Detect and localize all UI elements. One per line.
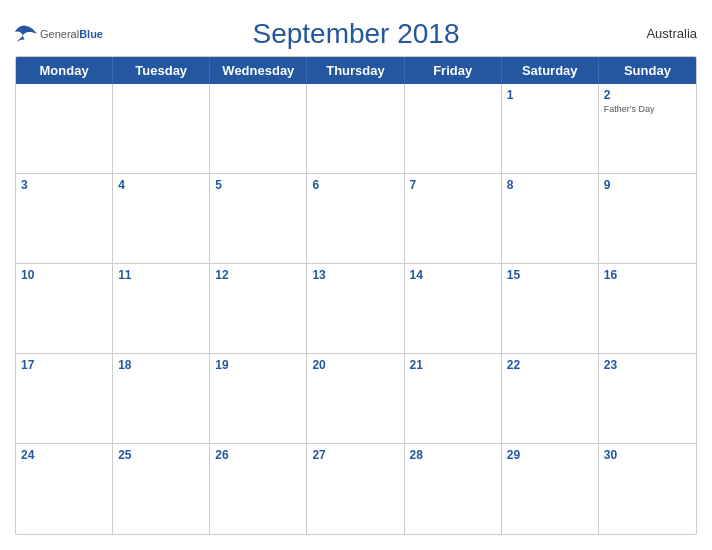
calendar-cell	[210, 84, 307, 174]
cell-date-number: 23	[604, 358, 691, 372]
calendar-cell: 3	[16, 174, 113, 264]
calendar-cell: 14	[405, 264, 502, 354]
cell-date-number: 7	[410, 178, 496, 192]
calendar-cell	[307, 84, 404, 174]
cell-date-number: 12	[215, 268, 301, 282]
logo-blue: Blue	[79, 28, 103, 40]
calendar-cell: 19	[210, 354, 307, 444]
calendar-cell: 25	[113, 444, 210, 534]
cell-date-number: 18	[118, 358, 204, 372]
logo-bird-icon	[15, 24, 37, 42]
cell-date-number: 30	[604, 448, 691, 462]
cell-date-number: 16	[604, 268, 691, 282]
calendar-cell: 16	[599, 264, 696, 354]
cell-date-number: 17	[21, 358, 107, 372]
calendar-cell: 12	[210, 264, 307, 354]
day-headers: MondayTuesdayWednesdayThursdayFridaySatu…	[16, 57, 696, 84]
calendar-cell	[16, 84, 113, 174]
country-label: Australia	[646, 26, 697, 41]
calendar-cell: 13	[307, 264, 404, 354]
cell-date-number: 26	[215, 448, 301, 462]
calendar-cell: 17	[16, 354, 113, 444]
cell-date-number: 20	[312, 358, 398, 372]
logo-general: General	[40, 28, 79, 40]
cell-date-number: 10	[21, 268, 107, 282]
cell-date-number: 15	[507, 268, 593, 282]
cell-date-number: 3	[21, 178, 107, 192]
calendar-cell: 11	[113, 264, 210, 354]
cell-date-number: 14	[410, 268, 496, 282]
cell-date-number: 6	[312, 178, 398, 192]
calendar-cell	[405, 84, 502, 174]
cell-date-number: 9	[604, 178, 691, 192]
day-header-thursday: Thursday	[307, 57, 404, 84]
cell-date-number: 24	[21, 448, 107, 462]
cell-date-number: 21	[410, 358, 496, 372]
calendar-cell: 20	[307, 354, 404, 444]
cell-date-number: 28	[410, 448, 496, 462]
logo: GeneralBlue	[15, 24, 103, 42]
calendar-cell: 23	[599, 354, 696, 444]
calendar-cell: 21	[405, 354, 502, 444]
cell-date-number: 2	[604, 88, 691, 102]
calendar-cell: 18	[113, 354, 210, 444]
calendar-cell: 22	[502, 354, 599, 444]
calendar-cell	[113, 84, 210, 174]
cell-date-number: 8	[507, 178, 593, 192]
calendar-cell: 28	[405, 444, 502, 534]
day-header-sunday: Sunday	[599, 57, 696, 84]
cell-date-number: 27	[312, 448, 398, 462]
calendar-header: GeneralBlue September 2018 Australia	[15, 10, 697, 56]
day-header-monday: Monday	[16, 57, 113, 84]
calendar-cell: 10	[16, 264, 113, 354]
day-header-friday: Friday	[405, 57, 502, 84]
cell-date-number: 13	[312, 268, 398, 282]
cell-date-number: 5	[215, 178, 301, 192]
day-header-saturday: Saturday	[502, 57, 599, 84]
cell-date-number: 1	[507, 88, 593, 102]
cell-date-number: 4	[118, 178, 204, 192]
calendar: MondayTuesdayWednesdayThursdayFridaySatu…	[15, 56, 697, 535]
cell-date-number: 22	[507, 358, 593, 372]
calendar-cell: 6	[307, 174, 404, 264]
cell-date-number: 25	[118, 448, 204, 462]
cell-date-number: 19	[215, 358, 301, 372]
cell-date-number: 11	[118, 268, 204, 282]
calendar-cell: 2Father's Day	[599, 84, 696, 174]
calendar-cell: 24	[16, 444, 113, 534]
calendar-cell: 29	[502, 444, 599, 534]
calendar-cell: 7	[405, 174, 502, 264]
day-header-tuesday: Tuesday	[113, 57, 210, 84]
calendar-cell: 9	[599, 174, 696, 264]
logo-text: GeneralBlue	[40, 24, 103, 42]
calendar-grid: 12Father's Day34567891011121314151617181…	[16, 84, 696, 534]
cell-date-number: 29	[507, 448, 593, 462]
calendar-cell: 15	[502, 264, 599, 354]
calendar-cell: 27	[307, 444, 404, 534]
calendar-cell: 26	[210, 444, 307, 534]
cell-holiday-label: Father's Day	[604, 104, 691, 115]
day-header-wednesday: Wednesday	[210, 57, 307, 84]
calendar-cell: 5	[210, 174, 307, 264]
calendar-cell: 1	[502, 84, 599, 174]
calendar-cell: 30	[599, 444, 696, 534]
month-title: September 2018	[252, 18, 459, 50]
calendar-cell: 8	[502, 174, 599, 264]
calendar-cell: 4	[113, 174, 210, 264]
